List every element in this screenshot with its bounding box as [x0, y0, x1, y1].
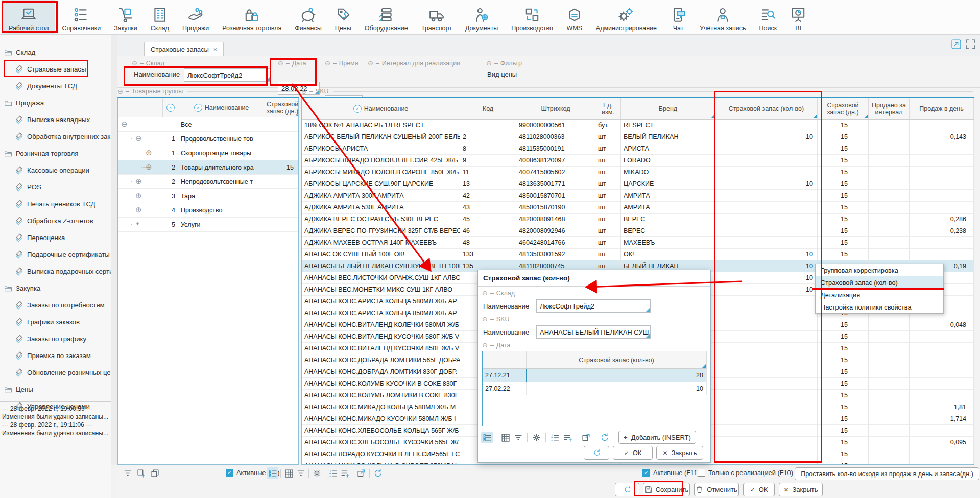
groups-col-tree[interactable] — [118, 98, 163, 117]
product-groups-label[interactable]: ⊖–Товарные группы — [117, 88, 298, 95]
numbered-list-button[interactable] — [549, 432, 561, 443]
sku-col-4[interactable]: Бренд — [621, 98, 715, 119]
reload-button[interactable] — [372, 467, 384, 479]
funnel-button[interactable] — [295, 467, 306, 479]
sidebar-section-2[interactable]: Розничная торговля — [0, 145, 111, 162]
add-row-button[interactable] — [562, 432, 573, 443]
tree-expander-icon[interactable]: ⊕ — [135, 178, 144, 186]
dialog-group-sku[interactable]: ⊖–SKU — [482, 315, 706, 323]
warehouse-input[interactable]: ЛюксСофтТрейд2 — [184, 68, 271, 82]
sku-col-2[interactable]: Штрихкод — [516, 98, 595, 119]
group-row-3[interactable]: ⊕ 2 Товары длительного хра 15 — [118, 160, 298, 175]
dialog-add-button[interactable]: +Добавить (INSERT) — [618, 431, 696, 444]
copy-button[interactable] — [149, 467, 161, 479]
sidebar-item-0-0[interactable]: Страховые запасы — [0, 61, 111, 78]
tree-expander-icon[interactable]: ⊖ — [135, 135, 144, 143]
active-f11-checkbox[interactable]: ✓Активные (F11) — [642, 469, 700, 477]
toolbar-item-4[interactable]: Продажи — [176, 0, 216, 34]
grid-view-button[interactable] — [499, 432, 511, 443]
cancel-button[interactable]: Отменить — [694, 483, 739, 496]
sku-col-7[interactable]: Продано за интервал — [869, 98, 910, 119]
group-sklad[interactable]: ⊖–Склад — [132, 59, 273, 67]
checkbox-unchecked-icon[interactable] — [698, 469, 705, 477]
tree-expander-icon[interactable]: ⊕ — [135, 192, 144, 200]
export-button[interactable] — [355, 467, 367, 479]
add-row-button[interactable] — [339, 467, 351, 479]
sidebar-item-2-6[interactable]: Выписка подарочных сертификат — [0, 263, 111, 280]
sidebar-item-3-2[interactable]: Заказы по графику — [0, 330, 111, 347]
sku-row-5[interactable]: АБРИКОСЫ ЦАРСКИЕ СУШ.90Г ЦАРСКИЕ 13 4813… — [302, 178, 974, 190]
tree-expander-icon[interactable]: ⊕ — [146, 163, 154, 172]
toolbar-item-7[interactable]: Цены — [328, 0, 358, 34]
numbered-list-button[interactable] — [327, 467, 339, 479]
toolbar-item-3[interactable]: Склад — [144, 0, 176, 34]
sidebar-item-0-1[interactable]: Документы ТСД — [0, 78, 111, 94]
group-row-4[interactable]: ⊕ 2 Непродовольтсвенные т — [118, 175, 298, 189]
toolbar-item-15[interactable]: Учётная запись — [693, 0, 752, 34]
funnel-button[interactable] — [122, 467, 133, 479]
toolbar-item-6[interactable]: Финансы — [288, 0, 328, 34]
context-menu-item-2[interactable]: Детализация — [816, 289, 943, 301]
list-view-button[interactable] — [481, 432, 493, 443]
dialog-col-date[interactable] — [483, 351, 527, 368]
sku-row-1[interactable]: АБРИКОС БЕЛЫЙ ПЕЛИКАН СУШЕНЫЙ 200Г БЕЛЬ … — [302, 131, 974, 143]
sku-row-4[interactable]: АБРИКОСЫ МИКАДО ПОЛОВ.В СИРОПЕ 850Г Ж/Б … — [302, 167, 974, 178]
context-menu-item-0[interactable]: Групповая корректировка — [816, 264, 943, 276]
context-menu-item-1[interactable]: Страховой запас (кол-во) — [816, 276, 943, 289]
gear-button[interactable] — [311, 467, 323, 479]
group-row-5[interactable]: ⊕ 3 Тара — [118, 189, 298, 203]
ok-button[interactable]: ✓ОК — [743, 483, 775, 496]
sidebar-section-4[interactable]: Цены — [0, 381, 111, 398]
sidebar-item-1-0[interactable]: Выписка накладных — [0, 111, 111, 128]
sidebar-item-3-1[interactable]: Графики заказов — [0, 314, 111, 330]
group-row-6[interactable]: ⊕ 4 Производство — [118, 203, 298, 218]
dialog-group-sklad[interactable]: ⊖–Склад — [482, 289, 706, 297]
only-sales-f10-checkbox[interactable]: Только с реализацией (F10) — [698, 469, 793, 477]
toolbar-item-2[interactable]: Закупки — [107, 0, 144, 34]
toolbar-item-11[interactable]: Производство — [505, 0, 560, 34]
tree-expander-icon[interactable]: • — [135, 221, 144, 229]
close-button[interactable]: ✕Закрыть — [779, 483, 823, 496]
sku-col-5[interactable]: Страховой запас (кол-во) — [715, 98, 818, 119]
select-plus-button[interactable] — [135, 467, 147, 479]
tree-expander-icon[interactable]: ⊕ — [146, 149, 154, 157]
dialog-row-date[interactable]: 27.02.22 — [483, 382, 527, 395]
sidebar-section-1[interactable]: Продажа — [0, 94, 111, 111]
sidebar-item-2-3[interactable]: Обработка Z-отчетов — [0, 212, 111, 229]
group-interval[interactable]: ⊖–Интервал для реализации — [368, 59, 481, 67]
sku-row-9[interactable]: АДЖИКА ВЕРЕС ПО-ГРУЗИНСКИ 325Г СТ/Б ВЕРЕ… — [302, 225, 974, 237]
open-window-icon[interactable] — [951, 39, 962, 52]
group-row-7[interactable]: • 5 Услуги — [118, 218, 298, 232]
sidebar-item-2-5[interactable]: Подарочные сертификаты — [0, 246, 111, 263]
sku-row-2[interactable]: АБРИКОСЫ АРИСТА 8 4811535000191 шт АРИСТ… — [302, 143, 974, 155]
toolbar-item-16[interactable]: Поиск — [753, 0, 784, 34]
fullscreen-icon[interactable] — [965, 39, 976, 52]
sidebar-section-0[interactable]: Склад — [0, 44, 111, 61]
funnel-button[interactable] — [512, 432, 524, 443]
sidebar-item-1-1[interactable]: Обработка внутренних заказов — [0, 128, 111, 145]
dialog-close-button[interactable]: ✕Закрыть — [656, 446, 703, 460]
group-row-1[interactable]: ⊖ 1 Продовольственные тов — [118, 132, 298, 146]
reload-button[interactable] — [599, 432, 610, 443]
save-button[interactable]: Сохранить — [643, 483, 690, 496]
toolbar-item-14[interactable]: Чат — [663, 0, 693, 34]
sidebar-item-2-2[interactable]: Печать ценников ТСД — [0, 196, 111, 212]
sku-row-8[interactable]: АДЖИКА ВЕРЕС ОСТРАЯ СТ/Б 530Г ВЕРЕС 45 4… — [302, 214, 974, 225]
sku-col-3[interactable]: Ед. изм. — [595, 98, 621, 119]
dialog-refresh-button[interactable] — [584, 446, 609, 460]
dialog-ok-button[interactable]: ✓ОК — [613, 446, 653, 460]
dialog-col-qty[interactable]: Страховой запас (кол-во) — [527, 351, 707, 368]
sidebar-item-3-4[interactable]: Обновление розничных цен — [0, 364, 111, 381]
sidebar-splitter[interactable] — [111, 35, 117, 465]
toolbar-item-0[interactable]: Рабочий стол — [2, 0, 55, 34]
dialog-warehouse-input[interactable]: ЛюксСофтТрейд2 — [536, 299, 651, 313]
tree-expander-icon[interactable]: ⊕ — [135, 206, 144, 215]
sku-col-0[interactable]: ∧Наименование — [302, 98, 460, 119]
grid-view-button[interactable] — [283, 467, 295, 479]
dialog-row-qty[interactable]: 10 — [527, 382, 707, 395]
toolbar-item-12[interactable]: WMS — [560, 0, 589, 34]
groups-col-days[interactable]: Страховой запас (дн.) — [265, 98, 299, 117]
dialog-group-date[interactable]: ⊖–Дата — [482, 341, 706, 349]
fill-qty-button[interactable]: Проставить кол-во исходя из продаж в ден… — [795, 467, 979, 480]
list-view-button[interactable] — [267, 467, 278, 479]
